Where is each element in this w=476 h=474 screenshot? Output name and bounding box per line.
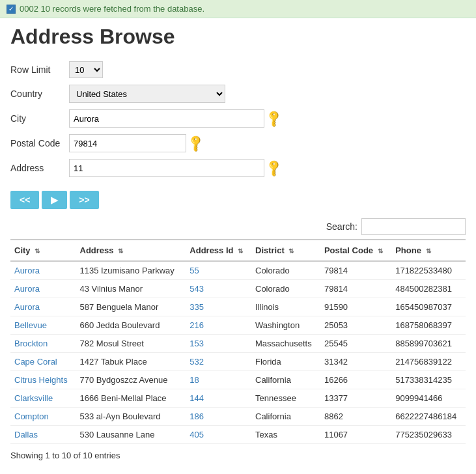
col-postal-code[interactable]: Postal Code ⇅	[320, 240, 391, 261]
table-row: Aurora587 Benguela Manor335Illinois91590…	[10, 298, 466, 316]
col-phone[interactable]: Phone ⇅	[391, 240, 466, 261]
postal-cell: 91590	[320, 298, 391, 316]
city-link[interactable]: Aurora	[14, 266, 40, 275]
row-limit-label: Row Limit	[10, 58, 69, 81]
city-label: City	[10, 106, 69, 131]
district-cell: California	[251, 371, 320, 389]
key-icon-2: 🔑	[186, 133, 206, 153]
address-cell: 660 Jedda Boulevard	[76, 316, 186, 335]
search-input[interactable]	[361, 218, 466, 235]
page-title: Address Browse	[10, 25, 466, 49]
address-cell: 587 Benguela Manor	[76, 298, 186, 316]
address-id-link[interactable]: 55	[189, 266, 199, 275]
row-limit-select[interactable]: 10 25 50 100	[69, 61, 103, 78]
address-cell: 1666 Beni-Mellal Place	[76, 389, 186, 408]
postal-cell: 79814	[320, 261, 391, 280]
table-row: Brockton782 Mosul Street153Massachusetts…	[10, 335, 466, 353]
phone-cell: 517338314235	[391, 371, 466, 389]
postal-input[interactable]	[69, 134, 186, 152]
phone-cell: 214756839122	[391, 353, 466, 371]
search-bar: Search:	[10, 218, 466, 235]
district-cell: Florida	[251, 353, 320, 371]
table-row: Bellevue660 Jedda Boulevard216Washington…	[10, 316, 466, 335]
address-cell: 533 al-Ayn Boulevard	[76, 408, 186, 426]
checkbox-icon: ✓	[7, 5, 16, 14]
pagination-nav: << ▶ >>	[10, 191, 466, 209]
phone-cell: 6622227486184	[391, 408, 466, 426]
postal-cell: 25545	[320, 335, 391, 353]
city-link[interactable]: Brockton	[14, 339, 48, 348]
address-cell: 530 Lausanne Lane	[76, 426, 186, 444]
district-cell: Massachusetts	[251, 335, 320, 353]
table-row: Dallas530 Lausanne Lane405Texas110677752…	[10, 426, 466, 444]
address-id-link[interactable]: 405	[189, 430, 204, 439]
district-cell: Tennessee	[251, 389, 320, 408]
address-cell: 782 Mosul Street	[76, 335, 186, 353]
table-row: Compton533 al-Ayn Boulevard186California…	[10, 408, 466, 426]
prev-page-button[interactable]: ▶	[42, 191, 67, 209]
city-link[interactable]: Bellevue	[14, 320, 47, 330]
city-link[interactable]: Cape Coral	[14, 357, 57, 367]
city-link[interactable]: Compton	[14, 411, 49, 421]
district-cell: Colorado	[251, 261, 320, 280]
phone-cell: 171822533480	[391, 261, 466, 280]
city-search-button[interactable]: 🔑	[267, 111, 281, 126]
address-id-link[interactable]: 153	[189, 339, 204, 348]
phone-cell: 775235029633	[391, 426, 466, 444]
address-label: Address	[10, 156, 69, 180]
col-district[interactable]: District ⇅	[251, 240, 320, 261]
address-cell: 43 Vilnius Manor	[76, 280, 186, 298]
postal-cell: 8862	[320, 408, 391, 426]
country-select[interactable]: United States	[69, 85, 225, 103]
city-link[interactable]: Dallas	[14, 430, 38, 439]
city-link[interactable]: Aurora	[14, 284, 40, 294]
key-icon: 🔑	[264, 108, 284, 128]
city-input[interactable]	[69, 109, 264, 128]
postal-search-button[interactable]: 🔑	[189, 136, 203, 150]
country-label: Country	[10, 81, 69, 106]
address-cell: 1427 Tabuk Place	[76, 353, 186, 371]
address-id-link[interactable]: 186	[189, 411, 204, 421]
district-cell: Texas	[251, 426, 320, 444]
postal-label: Postal Code	[10, 131, 69, 156]
notification-message: 0002 10 records were fetched from the da…	[20, 4, 204, 14]
table-row: Citrus Heights770 Bydgoszcz Avenue18Cali…	[10, 371, 466, 389]
search-label: Search:	[326, 221, 357, 232]
postal-cell: 16266	[320, 371, 391, 389]
city-link[interactable]: Citrus Heights	[14, 375, 68, 385]
address-search-button[interactable]: 🔑	[267, 161, 281, 175]
phone-cell: 484500282381	[391, 280, 466, 298]
col-address[interactable]: Address ⇅	[76, 240, 186, 261]
address-id-link[interactable]: 216	[189, 320, 204, 330]
filter-form: Row Limit 10 25 50 100 Country United St…	[10, 58, 287, 180]
district-cell: Washington	[251, 316, 320, 335]
table-row: Aurora43 Vilnius Manor543Colorado7981448…	[10, 280, 466, 298]
address-id-link[interactable]: 335	[189, 302, 204, 312]
key-icon-3: 🔑	[264, 158, 284, 178]
phone-cell: 165450987037	[391, 298, 466, 316]
table-row: Aurora1135 Izumisano Parkway55Colorado79…	[10, 261, 466, 280]
table-row: Clarksville1666 Beni-Mellal Place144Tenn…	[10, 389, 466, 408]
district-cell: Illinois	[251, 298, 320, 316]
data-table: City ⇅ Address ⇅ Address Id ⇅ District ⇅…	[10, 239, 466, 444]
address-id-link[interactable]: 18	[189, 375, 199, 385]
table-header-row: City ⇅ Address ⇅ Address Id ⇅ District ⇅…	[10, 240, 466, 261]
phone-cell: 168758068397	[391, 316, 466, 335]
address-id-link[interactable]: 532	[189, 357, 204, 367]
city-link[interactable]: Clarksville	[14, 393, 53, 403]
col-address-id[interactable]: Address Id ⇅	[186, 240, 251, 261]
postal-cell: 13377	[320, 389, 391, 408]
table-row: Cape Coral1427 Tabuk Place532Florida3134…	[10, 353, 466, 371]
district-cell: Colorado	[251, 280, 320, 298]
address-input[interactable]	[69, 159, 264, 177]
postal-cell: 31342	[320, 353, 391, 371]
address-id-link[interactable]: 543	[189, 284, 204, 294]
city-link[interactable]: Aurora	[14, 302, 40, 312]
next-page-button[interactable]: >>	[70, 191, 98, 209]
address-cell: 1135 Izumisano Parkway	[76, 261, 186, 280]
showing-text: Showing 1 to 10 of 10 entries	[10, 451, 466, 460]
first-page-button[interactable]: <<	[10, 191, 39, 209]
address-cell: 770 Bydgoszcz Avenue	[76, 371, 186, 389]
address-id-link[interactable]: 144	[189, 393, 204, 403]
col-city[interactable]: City ⇅	[10, 240, 76, 261]
